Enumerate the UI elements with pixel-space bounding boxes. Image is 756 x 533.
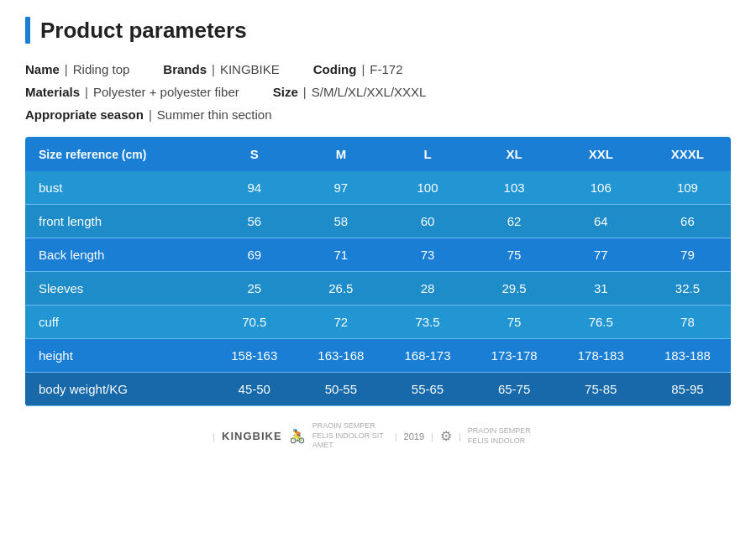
brands-value: KINGBIKE bbox=[220, 62, 280, 76]
coding-value: F-172 bbox=[370, 62, 402, 76]
table-cell-value: 69 bbox=[211, 238, 297, 272]
table-cell-value: 103 bbox=[471, 171, 558, 205]
meta-section: Name | Riding top Brands | KINGBIKE Codi… bbox=[25, 62, 731, 122]
table-cell-value: 75 bbox=[471, 306, 558, 339]
footer-gear-icon: ⚙ bbox=[440, 428, 452, 444]
table-cell-label: body weight/KG bbox=[25, 373, 211, 406]
table-cell-value: 56 bbox=[211, 205, 297, 238]
meta-coding: Coding | F-172 bbox=[313, 62, 403, 76]
table-row: bust9497100103106109 bbox=[25, 171, 731, 205]
table-row: cuff70.57273.57576.578 bbox=[25, 306, 731, 339]
table-cell-value: 66 bbox=[644, 205, 731, 238]
coding-label: Coding bbox=[313, 62, 357, 76]
table-cell-value: 106 bbox=[558, 171, 644, 205]
footer-bike-icon: 🚴 bbox=[289, 428, 306, 444]
table-cell-value: 65-75 bbox=[471, 373, 558, 406]
table-cell-value: 163-168 bbox=[297, 339, 384, 373]
table-cell-value: 100 bbox=[384, 171, 470, 205]
table-header-xxxl: XXXL bbox=[644, 137, 731, 171]
table-cell-value: 75-85 bbox=[558, 373, 644, 406]
table-cell-value: 25 bbox=[211, 272, 297, 306]
footer-tagline-small-2: PRAOIN SEMPER FELIS INDOLOR bbox=[468, 426, 543, 446]
footer-year: 2019 bbox=[404, 431, 424, 442]
table-cell-value: 109 bbox=[644, 171, 731, 205]
season-sep: | bbox=[149, 107, 152, 122]
meta-season: Appropriate season | Summer thin section bbox=[25, 107, 272, 122]
meta-size: Size | S/M/L/XL/XXL/XXXL bbox=[273, 85, 427, 99]
table-header-col-label: Size reference (cm) bbox=[25, 137, 211, 171]
materials-sep: | bbox=[85, 85, 88, 99]
table-cell-value: 72 bbox=[297, 306, 384, 339]
table-header-m: M bbox=[297, 137, 384, 171]
meta-name: Name | Riding top bbox=[25, 62, 129, 76]
table-header-l: L bbox=[384, 137, 470, 171]
footer-tagline-small: PRAOIN SEMPER FELIS INDOLOR SIT AMET bbox=[312, 421, 388, 451]
table-cell-value: 26.5 bbox=[297, 272, 384, 306]
size-label: Size bbox=[273, 85, 298, 99]
table-cell-value: 32.5 bbox=[644, 272, 731, 306]
table-cell-label: Back length bbox=[25, 238, 211, 272]
table-cell-value: 64 bbox=[558, 205, 644, 238]
table-cell-value: 60 bbox=[384, 205, 470, 238]
table-cell-value: 76.5 bbox=[558, 306, 644, 339]
table-cell-value: 79 bbox=[644, 238, 731, 272]
meta-row-1: Name | Riding top Brands | KINGBIKE Codi… bbox=[25, 62, 731, 76]
meta-materials: Materials | Polyester + polyester fiber bbox=[25, 85, 239, 99]
table-cell-label: Sleeves bbox=[25, 272, 211, 306]
table-row: height158-163163-168168-173173-178178-18… bbox=[25, 339, 731, 373]
name-label: Name bbox=[25, 62, 60, 76]
footer-sep-4: | bbox=[459, 431, 461, 442]
page-title-section: Product parameters bbox=[25, 17, 731, 44]
table-cell-value: 31 bbox=[558, 272, 644, 306]
meta-brands: Brands | KINGBIKE bbox=[163, 62, 279, 76]
footer-sep-2: | bbox=[395, 431, 397, 442]
page-title: Product parameters bbox=[40, 18, 247, 44]
footer: | KINGBIKE 🚴 PRAOIN SEMPER FELIS INDOLOR… bbox=[25, 421, 731, 451]
size-value: S/M/L/XL/XXL/XXXL bbox=[312, 85, 427, 99]
table-cell-value: 29.5 bbox=[471, 272, 558, 306]
table-header-xl: XL bbox=[471, 137, 558, 171]
title-accent-bar bbox=[25, 17, 30, 44]
table-cell-value: 178-183 bbox=[558, 339, 644, 373]
table-cell-value: 77 bbox=[558, 238, 644, 272]
table-cell-value: 70.5 bbox=[211, 306, 297, 339]
table-header-s: S bbox=[211, 137, 297, 171]
coding-sep: | bbox=[361, 62, 365, 76]
meta-row-2: Materials | Polyester + polyester fiber … bbox=[25, 85, 731, 99]
table-cell-value: 173-178 bbox=[471, 339, 558, 373]
table-row: Back length697173757779 bbox=[25, 238, 731, 272]
table-cell-value: 73 bbox=[384, 238, 470, 272]
brands-label: Brands bbox=[163, 62, 207, 76]
table-row: front length565860626466 bbox=[25, 205, 731, 238]
table-cell-value: 75 bbox=[471, 238, 558, 272]
table-cell-label: cuff bbox=[25, 306, 211, 339]
table-cell-label: height bbox=[25, 339, 211, 373]
table-header-xxl: XXL bbox=[558, 137, 644, 171]
footer-brand: KINGBIKE bbox=[222, 430, 282, 442]
table-cell-value: 55-65 bbox=[384, 373, 470, 406]
table-header-row: Size reference (cm) S M L XL XXL XXXL bbox=[25, 137, 731, 171]
table-cell-value: 97 bbox=[297, 171, 384, 205]
season-value: Summer thin section bbox=[157, 107, 272, 122]
name-sep: | bbox=[65, 62, 68, 76]
season-label: Appropriate season bbox=[25, 107, 144, 122]
materials-value: Polyester + polyester fiber bbox=[93, 85, 239, 99]
table-cell-value: 58 bbox=[297, 205, 384, 238]
table-row: body weight/KG45-5050-5555-6565-7575-858… bbox=[25, 373, 731, 406]
footer-sep-1: | bbox=[213, 431, 215, 442]
table-cell-value: 85-95 bbox=[644, 373, 731, 406]
brands-sep: | bbox=[212, 62, 215, 76]
size-table: Size reference (cm) S M L XL XXL XXXL bu… bbox=[25, 137, 731, 406]
table-row: Sleeves2526.52829.53132.5 bbox=[25, 272, 731, 306]
table-cell-value: 50-55 bbox=[297, 373, 384, 406]
name-value: Riding top bbox=[73, 62, 130, 76]
table-cell-value: 168-173 bbox=[384, 339, 470, 373]
table-cell-value: 28 bbox=[384, 272, 470, 306]
table-cell-label: bust bbox=[25, 171, 211, 205]
meta-row-3: Appropriate season | Summer thin section bbox=[25, 107, 731, 122]
table-cell-value: 78 bbox=[644, 306, 731, 339]
size-sep: | bbox=[303, 85, 307, 99]
table-cell-value: 158-163 bbox=[211, 339, 297, 373]
table-cell-label: front length bbox=[25, 205, 211, 238]
table-cell-value: 62 bbox=[471, 205, 558, 238]
